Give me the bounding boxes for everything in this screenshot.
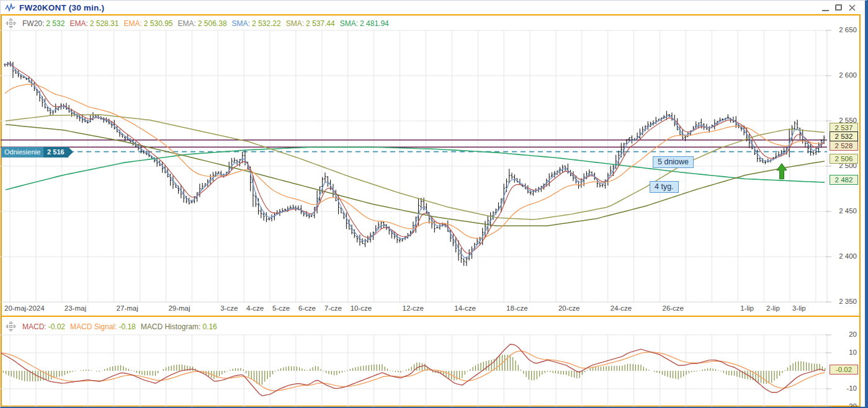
date-axis-label: 26-cze [663, 304, 684, 312]
date-axis-label: 5-cze [272, 304, 290, 312]
close-icon[interactable] [848, 4, 856, 12]
date-axis-label: 6-cze [298, 304, 316, 312]
date-axis-label: 1-lip [740, 304, 754, 312]
legend-label: SMA: [232, 19, 250, 28]
date-axis-label: 27-maj [117, 304, 138, 312]
legend-label: SMA: [286, 19, 304, 28]
app-window: FW20KONT (30 min.) FW20:2 532EMA:2 528.3… [0, 0, 868, 408]
legend-label: MACD: [22, 322, 47, 331]
legend-label: FW20: [22, 19, 44, 28]
main-chart-legend: FW20:2 532EMA:2 528.31EMA:2 530.95EMA:2 … [6, 18, 394, 29]
date-axis-label: 10-cze [351, 304, 372, 312]
minimize-icon[interactable] [822, 10, 829, 11]
legend-value: 2 537.44 [306, 19, 335, 28]
date-axis-label: 14-cze [454, 304, 476, 312]
chart-line-icon [5, 3, 16, 12]
price-axis-tick: 2 600 [831, 71, 857, 79]
date-axis-label: 24-cze [611, 304, 632, 312]
legend-value: 2 528.31 [90, 19, 119, 28]
legend-value: 2 530.95 [144, 19, 173, 28]
price-chart-canvas[interactable] [1, 1, 868, 408]
macd-signal-line [1, 351, 825, 391]
reference-price-value: 2 516 [43, 147, 68, 157]
price-axis-tick: 2 650 [831, 26, 857, 33]
legend-value: 2 506.38 [198, 19, 227, 28]
window-title: FW20KONT (30 min.) [19, 3, 104, 12]
date-axis-label: 12-cze [403, 304, 424, 312]
date-axis-label: 3-lip [792, 304, 806, 312]
ma-lines-layer [5, 64, 825, 258]
price-tag: 2 506 [830, 154, 858, 164]
legend-value: 2 532.22 [252, 19, 281, 28]
macd-axis-tick: -20 [831, 402, 857, 408]
date-axis-label: 29-maj [168, 304, 190, 312]
date-axis-label: 3-cze [220, 304, 238, 312]
price-tag: 2 528 [830, 141, 858, 151]
date-axis-label: 18-cze [506, 304, 528, 312]
macd-legend: MACD:-0.02MACD Signal:-0.18MACD Histogra… [6, 321, 222, 332]
price-axis-tick: 2 450 [831, 207, 857, 215]
legend-label: MACD Signal: [70, 322, 117, 331]
legend-value: -0.02 [48, 322, 65, 331]
buy-arrow-icon [777, 164, 787, 179]
macd-axis-tick: 10 [831, 348, 857, 356]
move-pad-icon[interactable] [6, 321, 16, 332]
reference-price-label[interactable]: Odniesienie 2 516 [1, 147, 73, 157]
legend-value: 0.16 [202, 322, 217, 331]
legend-value: 2 481.94 [360, 19, 389, 28]
ma-label-4week[interactable]: 4 tyg. [650, 181, 679, 193]
ma-label-5day[interactable]: 5 dniowe [653, 156, 694, 168]
macd-axis-tick: -10 [831, 384, 857, 392]
reference-arrow-tip [68, 147, 73, 157]
macd-histogram [3, 355, 825, 385]
window-titlebar[interactable]: FW20KONT (30 min.) [1, 1, 865, 14]
legend-value: -0.18 [119, 322, 135, 331]
legend-label: EMA: [123, 19, 141, 28]
restore-icon[interactable] [835, 4, 842, 11]
reference-label-text: Odniesienie [1, 147, 43, 157]
legend-label: EMA: [178, 19, 196, 28]
macd-line [1, 344, 825, 396]
legend-value: 2 532 [46, 19, 65, 28]
price-axis-tick: 2 350 [831, 298, 857, 305]
date-axis-label: 23-maj [65, 304, 86, 312]
legend-label: EMA: [69, 19, 87, 28]
date-axis-label: 7-cze [324, 304, 342, 312]
macd-value-tag: -0.02 [830, 365, 858, 375]
move-pad-icon[interactable] [6, 18, 16, 29]
price-tag: 2 532 [830, 131, 858, 141]
macd-axis-tick: 20 [831, 330, 857, 338]
date-axis-label: 20-cze [558, 304, 580, 312]
candles-layer [4, 61, 825, 266]
date-axis-label: 20-maj-2024 [4, 304, 45, 312]
date-axis-label: 2-lip [766, 304, 780, 312]
date-axis-label: 4-cze [246, 304, 264, 312]
legend-label: SMA: [340, 19, 358, 28]
price-tag: 2 482 [830, 175, 858, 185]
legend-label: MACD Histogram: [141, 322, 201, 331]
price-axis-tick: 2 400 [831, 252, 857, 260]
panel-divider[interactable] [1, 316, 861, 317]
